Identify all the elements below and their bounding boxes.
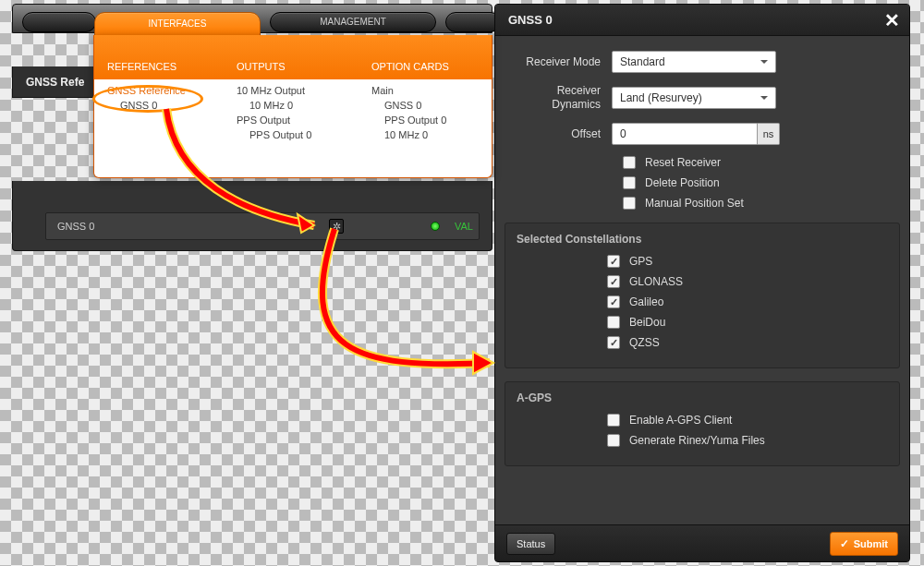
tab-stub-left[interactable] [22, 12, 96, 32]
receiver-mode-select[interactable]: Standard [612, 51, 776, 73]
constellations-heading: Selected Constellations [505, 223, 899, 255]
link-10mhz0[interactable]: 10 MHz 0 [237, 100, 359, 111]
qzss-checkbox[interactable] [607, 336, 620, 349]
link-card-10mhz0[interactable]: 10 MHz 0 [371, 129, 492, 140]
rinex-checkbox[interactable] [607, 434, 620, 447]
gnss0-modal: GNSS 0 ✕ Receiver Mode Standard Receiver… [494, 4, 910, 562]
offset-unit: ns [758, 123, 780, 145]
agps-client-label: Enable A-GPS Client [629, 414, 732, 427]
top-tab-bar: INTERFACES MANAGEMENT [12, 4, 492, 33]
label-receiver-mode: Receiver Mode [512, 55, 612, 69]
link-card-gnss0[interactable]: GNSS 0 [371, 100, 492, 111]
constellations-section: Selected Constellations GPS GLONASS Gali… [505, 223, 900, 368]
gear-icon[interactable]: ✲ [329, 219, 344, 234]
interfaces-dropdown: REFERENCES OUTPUTS OPTION CARDS GNSS Ref… [93, 35, 492, 178]
galileo-checkbox[interactable] [607, 295, 620, 308]
dropdown-header: REFERENCES OUTPUTS OPTION CARDS [94, 35, 492, 79]
beidou-label: BeiDou [629, 316, 665, 329]
left-app-fragment: INTERFACES MANAGEMENT GNSS Refe REFERENC… [12, 4, 492, 251]
link-card-pps0[interactable]: PPS Output 0 [371, 114, 492, 126]
status-light-icon [431, 222, 440, 231]
hdr-option-cards: OPTION CARDS [359, 61, 492, 79]
submit-button[interactable]: ✓Submit [830, 532, 898, 556]
status-text: VAL [455, 221, 473, 232]
gps-label: GPS [629, 255, 652, 268]
svg-marker-1 [473, 352, 493, 374]
link-pps-output[interactable]: PPS Output [237, 114, 359, 126]
region-title: GNSS Refe [26, 76, 84, 89]
gnss-row-label: GNSS 0 [57, 221, 94, 232]
reset-receiver-label: Reset Receiver [645, 156, 721, 169]
glonass-checkbox[interactable] [607, 275, 620, 288]
hdr-outputs: OUTPUTS [224, 61, 359, 79]
manual-position-label: Manual Position Set [645, 197, 744, 210]
offset-input[interactable]: 0 [612, 123, 758, 145]
hdr-references: REFERENCES [94, 61, 224, 79]
link-pps0[interactable]: PPS Output 0 [237, 129, 359, 140]
gnss-row[interactable]: GNSS 0 ✲ VAL [45, 212, 480, 240]
galileo-label: Galileo [629, 295, 663, 308]
tab-stub-right[interactable] [445, 12, 501, 32]
agps-heading: A-GPS [505, 382, 899, 414]
tab-interfaces[interactable]: INTERFACES [94, 12, 261, 36]
reset-receiver-checkbox[interactable] [623, 156, 636, 169]
modal-title: GNSS 0 [508, 13, 553, 27]
submit-label: Submit [854, 538, 888, 549]
gps-checkbox[interactable] [607, 255, 620, 268]
beidou-checkbox[interactable] [607, 316, 620, 329]
delete-position-label: Delete Position [645, 176, 720, 189]
delete-position-checkbox[interactable] [623, 176, 636, 189]
manual-position-checkbox[interactable] [623, 197, 636, 210]
rinex-label: Generate Rinex/Yuma Files [629, 434, 765, 447]
check-icon: ✓ [840, 537, 849, 550]
link-gnss-reference[interactable]: GNSS Reference [107, 85, 224, 96]
agps-client-checkbox[interactable] [607, 414, 620, 427]
status-button[interactable]: Status [506, 533, 555, 555]
tab-management[interactable]: MANAGEMENT [270, 12, 436, 32]
qzss-label: QZSS [629, 336, 660, 349]
label-receiver-dynamics: Receiver Dynamics [512, 84, 612, 112]
modal-footer: Status ✓Submit [495, 524, 909, 561]
agps-section: A-GPS Enable A-GPS Client Generate Rinex… [505, 381, 900, 466]
link-10mhz-output[interactable]: 10 MHz Output [237, 85, 359, 96]
receiver-dynamics-select[interactable]: Land (Resurvey) [612, 87, 776, 109]
link-gnss0-ref[interactable]: GNSS 0 [107, 100, 224, 111]
link-card-main[interactable]: Main [371, 85, 492, 96]
close-icon[interactable]: ✕ [884, 11, 900, 30]
glonass-label: GLONASS [629, 275, 683, 288]
label-offset: Offset [512, 127, 612, 141]
modal-titlebar: GNSS 0 ✕ [495, 5, 909, 36]
